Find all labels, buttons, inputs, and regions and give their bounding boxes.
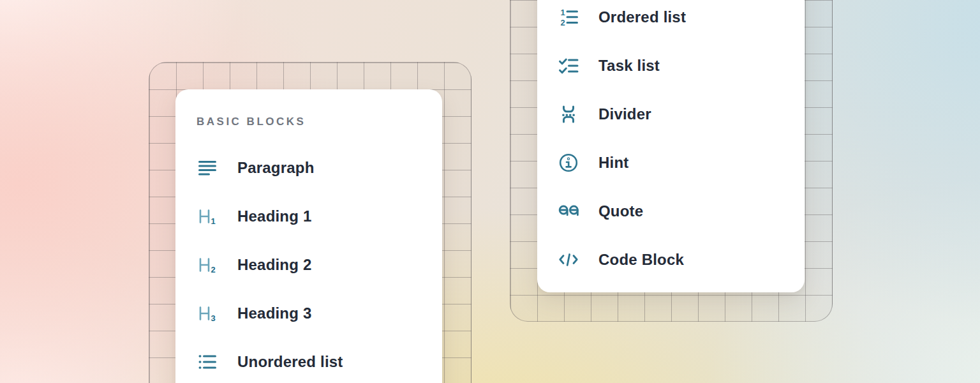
divider-icon [558, 103, 579, 125]
menu-item-code-block[interactable]: Code Block [537, 236, 805, 284]
menu-item-label: Ordered list [598, 8, 686, 26]
menu-item-label: Heading 3 [237, 304, 312, 322]
menu-item-unordered-list[interactable]: Unordered list [175, 338, 442, 383]
svg-text:1: 1 [211, 216, 215, 226]
blocks-menu-continued: 1 2 Ordered list Task list Divider [537, 0, 805, 292]
svg-text:2: 2 [211, 265, 215, 274]
menu-item-hint[interactable]: Hint [537, 139, 805, 187]
heading-2-icon: 2 [197, 254, 218, 276]
menu-item-label: Code Block [598, 251, 684, 269]
hint-icon [558, 152, 579, 174]
menu-item-heading-3[interactable]: 3 Heading 3 [175, 289, 442, 338]
menu-item-label: Divider [598, 105, 651, 123]
menu-item-heading-1[interactable]: 1 Heading 1 [175, 192, 442, 241]
menu-item-paragraph[interactable]: Paragraph [175, 144, 442, 192]
menu-item-divider[interactable]: Divider [537, 90, 805, 139]
gradient-background [0, 0, 980, 383]
basic-blocks-menu: BASIC BLOCKS Paragraph 1 Heading 1 2 Hea… [175, 89, 442, 383]
svg-text:3: 3 [211, 313, 215, 323]
ordered-list-icon: 1 2 [558, 6, 579, 28]
menu-item-label: Unordered list [237, 353, 343, 371]
menu-item-task-list[interactable]: Task list [537, 41, 805, 90]
svg-text:1: 1 [560, 8, 565, 17]
code-block-icon [558, 249, 579, 271]
menu-item-label: Quote [598, 202, 643, 220]
menu-item-label: Paragraph [237, 159, 315, 177]
svg-text:2: 2 [560, 18, 565, 27]
menu-item-ordered-list[interactable]: 1 2 Ordered list [537, 0, 805, 41]
quote-icon [558, 200, 579, 222]
heading-1-icon: 1 [197, 206, 218, 227]
unordered-list-icon [197, 351, 218, 373]
menu-item-heading-2[interactable]: 2 Heading 2 [175, 241, 442, 289]
task-list-icon [558, 55, 579, 77]
paragraph-icon [197, 157, 218, 179]
menu-item-label: Heading 1 [237, 207, 312, 225]
section-label: BASIC BLOCKS [197, 115, 442, 129]
heading-3-icon: 3 [197, 303, 218, 324]
menu-item-label: Task list [598, 57, 660, 75]
menu-item-label: Heading 2 [237, 256, 312, 274]
menu-item-quote[interactable]: Quote [537, 187, 805, 236]
menu-item-label: Hint [598, 154, 628, 172]
